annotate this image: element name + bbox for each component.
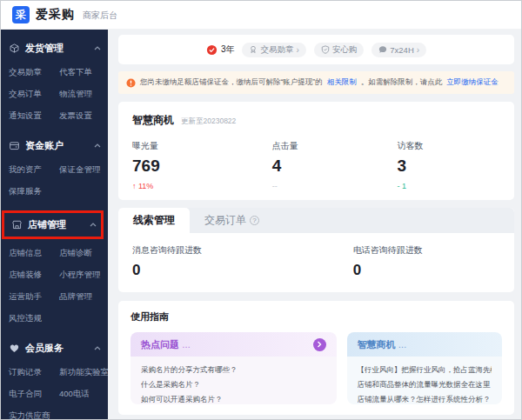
guide-list-item[interactable]: 采购名片的分享方式有哪些？ <box>141 363 326 377</box>
sidebar-section-shipping: 发货管理 交易勋章 代客下单 交易订单 物流管理 通知设置 发票设置 <box>1 35 108 132</box>
sidebar-item[interactable]: 发票设置 <box>59 110 106 122</box>
years-medal-icon <box>206 44 218 56</box>
sidebar-item[interactable]: 通知设置 <box>9 110 56 122</box>
sidebar-section-title: 店铺管理 <box>28 218 66 231</box>
stat-clicks: 点击量 4 -- <box>272 140 398 190</box>
guide-list-item[interactable]: 如何可以开通采购名片？ <box>141 392 326 404</box>
app-logo-icon: 采 <box>12 6 30 23</box>
chevron-up-icon <box>94 346 101 350</box>
chat-icon <box>378 45 387 54</box>
sidebar-section-shipping-header[interactable]: 发货管理 <box>1 35 108 60</box>
support-badge[interactable]: 7x24H › <box>371 43 426 57</box>
guide-list-item[interactable]: 店铺流量从哪来？怎样进行系统性分析？ <box>358 392 492 404</box>
pay-deposit-link[interactable]: 立即缴纳保证金 <box>446 77 499 88</box>
sidebar-item[interactable]: 小程序管理 <box>59 270 106 281</box>
guide-list-item[interactable]: 什么是采购名片？ <box>141 377 326 392</box>
sidebar-item[interactable]: 订购记录 <box>9 367 56 378</box>
tab-label: 线索管理 <box>133 213 175 228</box>
wallet-icon <box>9 140 20 151</box>
warning-icon <box>126 78 136 88</box>
sidebar-item[interactable]: 风控违规 <box>9 313 56 324</box>
stat-exposure: 曝光量 769 ↑ 11% <box>132 140 272 190</box>
sidebar-item[interactable]: 店铺信息 <box>9 248 56 259</box>
sidebar-item[interactable]: 实力供应商 <box>9 410 56 419</box>
stat-value: 3 <box>398 157 500 176</box>
heart-icon <box>9 343 20 354</box>
app-header: 采 爱采购 商家后台 <box>1 1 521 30</box>
chevron-right-icon: › <box>417 45 419 55</box>
lead-stat-label: 电话咨询待跟进数 <box>353 244 500 257</box>
chevron-up-icon <box>94 143 101 148</box>
leads-stats: 消息咨询待跟进数 0 电话咨询待跟进数 0 <box>118 233 514 292</box>
app-window: 采 爱采购 商家后台 发货管理 交易勋章 代客下单 交易订单 物流管理 <box>0 0 522 420</box>
sidebar-item[interactable]: 我的资产 <box>9 164 56 176</box>
hot-questions-title: 热点问题 <box>141 338 179 351</box>
sidebar-item[interactable]: 保证金管理 <box>59 164 106 176</box>
sidebar-section-funds-header[interactable]: 资金账户 <box>1 132 108 157</box>
lead-stat-label: 消息咨询待跟进数 <box>132 244 353 257</box>
notice-text: 您尚未缴纳足额店铺保证金，缴纳后可解除“账户提现”的 <box>140 77 323 88</box>
sidebar-item[interactable]: 交易勋章 <box>9 67 56 78</box>
smart-business-title: 智慧商机 <box>132 113 174 128</box>
guide-list-item[interactable]: 店铺和商品整体的流量曝光数据全在这里！ <box>358 377 492 392</box>
sidebar-section-shop: 店铺管理 店铺信息 店铺诊断 店铺装修 小程序管理 运营助手 品牌管理 风控违规 <box>1 208 108 335</box>
lead-stat-value: 0 <box>132 262 353 279</box>
more-arrow-button[interactable] <box>313 338 326 351</box>
sidebar-section-title: 资金账户 <box>25 139 64 152</box>
shield-icon <box>321 45 330 54</box>
smart-business-stats: 曝光量 769 ↑ 11% 点击量 4 -- 访客数 3 - 1 <box>132 140 500 190</box>
sidebar-nav: 发货管理 交易勋章 代客下单 交易订单 物流管理 通知设置 发票设置 <box>1 30 108 419</box>
sidebar-section-shipping-items: 交易勋章 代客下单 交易订单 物流管理 通知设置 发票设置 <box>1 60 108 132</box>
stat-value: 4 <box>272 157 398 176</box>
support-label: 7x24H <box>390 45 413 55</box>
years-badge-label: 3年 <box>221 43 235 56</box>
sidebar-item[interactable]: 保障服务 <box>9 186 56 197</box>
sidebar-item[interactable]: 新功能实验室 <box>59 367 108 378</box>
chevron-up-icon <box>94 46 101 50</box>
sidebar-section-title: 会员服务 <box>25 342 64 355</box>
tab-trade-orders[interactable]: 交易订单 ? <box>190 208 274 233</box>
secure-buy-badge[interactable]: 安心购 <box>314 43 365 57</box>
stat-label: 曝光量 <box>132 140 272 152</box>
logo-glyph: 采 <box>16 8 26 23</box>
secure-buy-label: 安心购 <box>332 44 358 56</box>
restriction-link[interactable]: 相关限制 <box>327 77 357 88</box>
sidebar-item[interactable]: 代客下单 <box>59 67 106 78</box>
sidebar-section-shop-items: 店铺信息 店铺诊断 店铺装修 小程序管理 运营助手 品牌管理 风控违规 <box>1 241 108 335</box>
sidebar-section-membership-header[interactable]: 会员服务 <box>1 335 108 360</box>
main-content: 3年 交易勋章 › 安心购 <box>108 30 521 419</box>
arrow-up-icon: ↑ <box>132 182 137 190</box>
hot-questions-header: 热点问题 … <box>130 332 337 357</box>
notice-text: 。如需解除限制，请点此 <box>361 77 443 88</box>
stat-delta-value: 11% <box>138 182 153 190</box>
sidebar-section-shop-header[interactable]: 店铺管理 <box>4 213 101 237</box>
usage-guide-cards: 热点问题 … 采购名片的分享方式有哪些？ 什么是采购名片？ 如何可以开通采购名片… <box>130 332 502 404</box>
sidebar-item[interactable]: 品牌管理 <box>59 291 106 303</box>
sidebar-item[interactable]: 运营助手 <box>9 291 56 303</box>
smart-business-header: 智慧商机 更新至20230822 <box>132 113 500 128</box>
usage-guide-title: 使用指南 <box>130 310 502 323</box>
sidebar-item[interactable]: 物流管理 <box>59 89 106 100</box>
sidebar-item[interactable]: 电子合同 <box>9 389 56 400</box>
lead-stat-value: 0 <box>353 262 500 279</box>
stat-delta-value: 1 <box>402 182 406 190</box>
smart-business-guide-card: 智慧商机 … 【行业风向】把握行业风向，抢占蓝海先机！ 店铺和商品整体的流量曝光… <box>347 332 502 404</box>
sidebar-item[interactable]: 店铺装修 <box>9 270 56 281</box>
sidebar-item[interactable]: 店铺诊断 <box>59 248 106 259</box>
lead-stat-phone: 电话咨询待跟进数 0 <box>353 244 500 279</box>
guide-list-item[interactable]: 【行业风向】把握行业风向，抢占蓝海先机！ <box>358 363 492 377</box>
sidebar-item[interactable]: 400电话 <box>59 389 108 400</box>
sidebar-section-membership: 会员服务 订购记录 新功能实验室 电子合同 400电话 实力供应商 <box>1 335 108 419</box>
sidebar-item[interactable]: 交易订单 <box>9 89 56 100</box>
years-badge: 3年 <box>206 43 235 56</box>
tab-leads-management[interactable]: 线索管理 <box>118 208 190 233</box>
stat-delta: -- <box>272 182 398 190</box>
sidebar-section-funds-items: 我的资产 保证金管理 保障服务 <box>1 157 108 208</box>
help-icon[interactable]: ? <box>250 216 259 225</box>
medal-icon <box>249 45 258 54</box>
hot-questions-list: 采购名片的分享方式有哪些？ 什么是采购名片？ 如何可以开通采购名片？ 卖家版 A… <box>130 357 337 404</box>
smart-business-guide-list: 【行业风向】把握行业风向，抢占蓝海先机！ 店铺和商品整体的流量曝光数据全在这里！… <box>347 357 502 404</box>
merchant-badges-card: 3年 交易勋章 › 安心购 <box>118 35 514 64</box>
ellipsis-text: … <box>182 340 191 350</box>
trade-medal-badge[interactable]: 交易勋章 › <box>242 43 305 57</box>
